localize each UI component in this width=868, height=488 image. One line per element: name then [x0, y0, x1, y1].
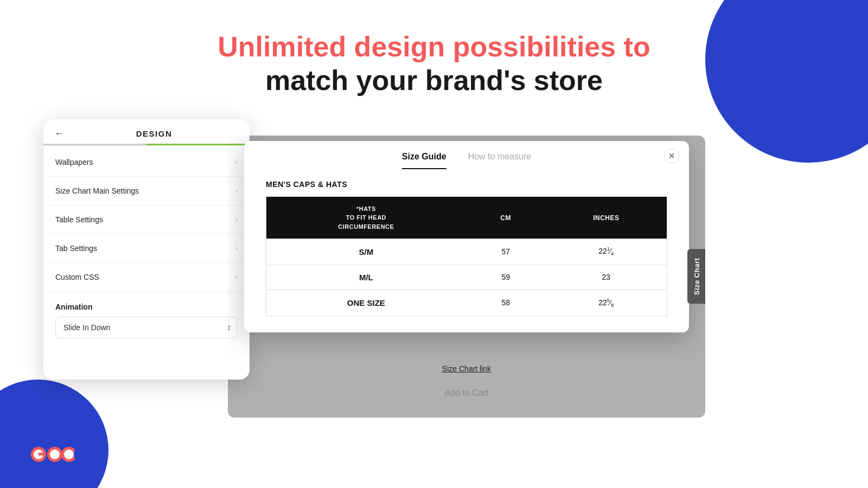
settings-item-tab[interactable]: Tab Settings ›	[43, 234, 250, 263]
svg-point-7	[75, 447, 90, 462]
page-wrapper: Unlimited design possibilities to match …	[0, 0, 868, 488]
modal-body: MEN'S CAPS & HATS *HATSTO FIT HEADCIRCUM…	[244, 169, 689, 332]
animation-label: Animation	[55, 303, 238, 311]
cm-cell: 57	[466, 239, 546, 265]
table-header-row: *HATSTO FIT HEADCIRCUMFERENCE CM INCHES	[266, 196, 667, 239]
size-table: *HATSTO FIT HEADCIRCUMFERENCE CM INCHES …	[266, 196, 667, 316]
store-background: Size Chart Size Guide How to measure × M…	[228, 136, 705, 418]
tab-size-guide[interactable]: Size Guide	[402, 152, 446, 169]
settings-item-arrow: ›	[235, 273, 238, 281]
store-bottom: Size Chart link Add to Cart	[228, 358, 705, 418]
back-arrow-icon[interactable]: ←	[54, 128, 64, 139]
design-panel: ← DESIGN Wallpapers › Size Chart Main Se…	[43, 119, 250, 380]
modal-tabs: Size Guide How to measure	[402, 152, 531, 169]
logo-svg	[30, 440, 90, 470]
table-header: *HATSTO FIT HEADCIRCUMFERENCE CM INCHES	[266, 196, 667, 239]
svg-point-4	[50, 450, 60, 459]
size-chart-link[interactable]: Size Chart link	[244, 364, 689, 373]
animation-select-wrapper: Slide In Down ↕	[55, 317, 238, 338]
size-cell: ONE SIZE	[266, 290, 466, 316]
settings-item-table[interactable]: Table Settings ›	[43, 206, 250, 234]
design-panel-header: ← DESIGN	[43, 119, 250, 139]
add-to-cart-button[interactable]: Add to Cart	[342, 380, 591, 407]
svg-point-6	[64, 450, 74, 459]
col-header-inches: INCHES	[546, 196, 667, 239]
size-cell: M/L	[266, 265, 466, 290]
logo-area	[30, 440, 90, 472]
tab-bar-right	[146, 144, 250, 145]
tab-bar-left	[43, 144, 146, 145]
col-header-cm: CM	[466, 196, 546, 239]
settings-item-size-chart-main[interactable]: Size Chart Main Settings ›	[43, 177, 250, 206]
size-chart-tab[interactable]: Size Chart	[687, 249, 705, 304]
tab-how-to-measure[interactable]: How to measure	[468, 152, 532, 169]
modal-header: Size Guide How to measure ×	[244, 141, 689, 169]
settings-list: Wallpapers › Size Chart Main Settings › …	[43, 146, 250, 294]
size-chart-modal: Size Guide How to measure × MEN'S CAPS &…	[244, 141, 689, 332]
settings-item-arrow: ›	[235, 245, 238, 252]
settings-item-arrow: ›	[235, 158, 238, 166]
design-panel-title: DESIGN	[69, 129, 239, 138]
table-row: M/L 59 23	[266, 265, 667, 290]
cm-cell: 58	[466, 290, 546, 316]
settings-item-label: Size Chart Main Settings	[55, 187, 139, 195]
cm-cell: 59	[466, 265, 546, 290]
settings-item-label: Table Settings	[55, 215, 103, 224]
content-area: ← DESIGN Wallpapers › Size Chart Main Se…	[0, 119, 868, 418]
modal-area: Size Chart Size Guide How to measure × M…	[228, 136, 825, 418]
settings-item-label: Tab Settings	[55, 244, 97, 253]
size-cell: S/M	[266, 239, 466, 265]
col-header-size: *HATSTO FIT HEADCIRCUMFERENCE	[266, 196, 466, 239]
modal-close-button[interactable]: ×	[664, 149, 679, 164]
inches-cell: 225⁄8	[546, 290, 667, 316]
settings-item-wallpapers[interactable]: Wallpapers ›	[43, 148, 250, 177]
svg-rect-2	[39, 453, 44, 455]
table-row: ONE SIZE 58 225⁄8	[266, 290, 667, 316]
inches-cell: 23	[546, 265, 667, 290]
table-body: S/M 57 221⁄4 M/L 59 23 O	[266, 239, 667, 316]
settings-item-css[interactable]: Custom CSS ›	[43, 263, 250, 292]
settings-item-label: Custom CSS	[55, 273, 99, 281]
table-section-title: MEN'S CAPS & HATS	[266, 180, 667, 189]
settings-item-label: Wallpapers	[55, 158, 93, 166]
settings-item-arrow: ›	[235, 216, 238, 223]
animation-section: Animation Slide In Down ↕	[43, 294, 250, 349]
settings-item-arrow: ›	[235, 187, 238, 195]
inches-cell: 221⁄4	[546, 239, 667, 265]
table-row: S/M 57 221⁄4	[266, 239, 667, 265]
animation-select-display[interactable]: Slide In Down	[55, 317, 238, 338]
